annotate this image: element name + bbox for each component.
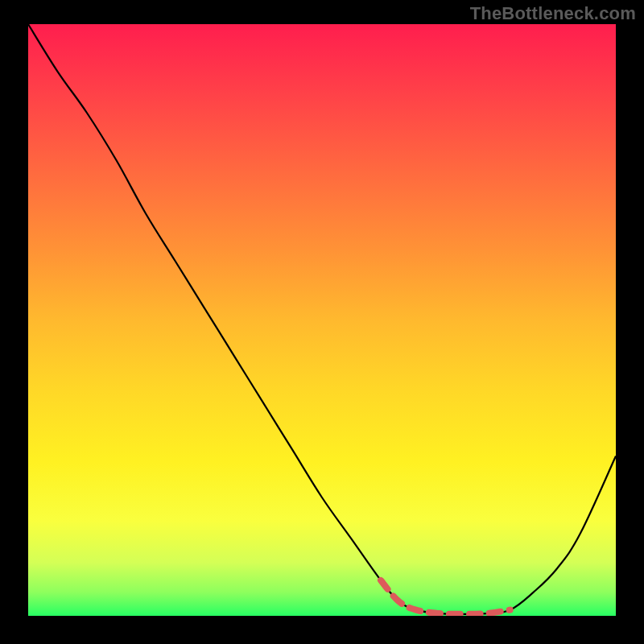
plot-area	[28, 24, 616, 616]
chart-container: TheBottleneck.com	[0, 0, 644, 644]
optimal-range-dash	[381, 580, 510, 614]
curve-svg	[28, 24, 616, 616]
watermark-text: TheBottleneck.com	[470, 3, 636, 24]
bottleneck-curve-line	[28, 24, 616, 614]
